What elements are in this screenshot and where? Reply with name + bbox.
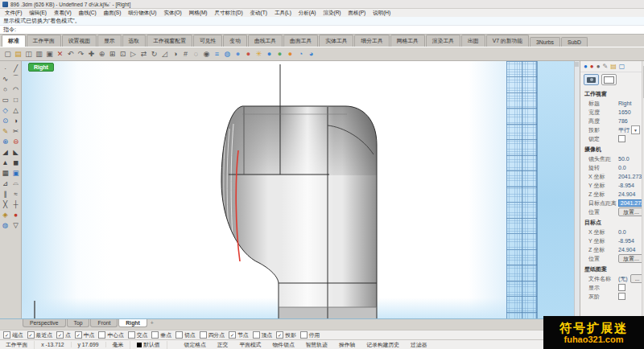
toolbar-tab-出图[interactable]: 出图	[461, 35, 485, 47]
menu-item-1[interactable]: 编辑(E)	[29, 10, 47, 17]
point-icon[interactable]: ∙	[0, 63, 10, 73]
extrude-icon[interactable]: ▲	[0, 157, 10, 167]
pencil-icon[interactable]: ✎	[0, 125, 10, 136]
osnap-checkbox[interactable]: ✓	[229, 331, 236, 339]
light-icon[interactable]: ✳	[254, 49, 264, 60]
material-tab-icon[interactable]: ●	[597, 63, 601, 70]
rotate-icon[interactable]: ↻	[149, 49, 159, 60]
boolean-union-icon[interactable]: ⊕	[0, 136, 10, 146]
diamond-icon[interactable]: ◇	[0, 105, 10, 115]
delete-icon[interactable]: ✕	[55, 49, 65, 60]
chamfer-icon[interactable]: ◣	[10, 146, 21, 157]
menu-item-12[interactable]: 渲染(R)	[324, 10, 341, 17]
viewport-tab-perspective[interactable]: Perspective	[23, 319, 66, 327]
grid-icon[interactable]: #	[180, 49, 191, 60]
circle-icon[interactable]: ○	[0, 84, 10, 94]
menu-item-9[interactable]: 变动(T)	[250, 10, 267, 17]
box-icon[interactable]: □	[10, 94, 21, 105]
new-viewport-tab-button[interactable]: +	[148, 319, 156, 326]
status-cplane[interactable]: 工作平面	[4, 341, 35, 349]
panel-checkbox[interactable]	[618, 135, 625, 142]
menu-item-7[interactable]: 网格(M)	[189, 10, 208, 17]
toolbar-tab-设置视图[interactable]: 设置视图	[62, 35, 97, 47]
help-icon[interactable]: ◕	[306, 49, 316, 60]
snap-icon[interactable]: ┼	[10, 199, 21, 209]
undo-icon[interactable]: ↶	[65, 49, 76, 60]
status-toggle-平面模式[interactable]: 平面模式	[233, 341, 266, 349]
toolbar-tab-工作视窗配置[interactable]: 工作视窗配置	[147, 35, 192, 47]
toolbar-tab-SubD[interactable]: SubD	[561, 37, 588, 47]
scale-icon[interactable]: ◿	[159, 49, 170, 60]
osnap-交点[interactable]: 交点	[128, 331, 148, 339]
toolbar-tab-选取[interactable]: 选取	[122, 35, 147, 47]
library-tab-icon[interactable]: ▤	[610, 63, 617, 70]
object-properties-icon[interactable]	[601, 74, 617, 85]
viewport-tab-front[interactable]: Front	[90, 319, 118, 327]
world-view-icon[interactable]: ◔	[295, 49, 306, 60]
menu-item-6[interactable]: 实体(O)	[163, 10, 181, 17]
display-tab-icon[interactable]: ▢	[619, 63, 625, 70]
toolbar-tab-渲染工具[interactable]: 渲染工具	[426, 35, 460, 47]
osnap-中心点[interactable]: 中心点	[98, 331, 123, 339]
copy-icon[interactable]: ▣	[44, 49, 55, 60]
panel-place-button[interactable]: 放置...	[618, 254, 644, 263]
status-layer[interactable]: 默认值	[130, 341, 167, 349]
half-arc-icon[interactable]: ◠	[10, 84, 21, 94]
mesh-icon[interactable]: ▦	[0, 167, 10, 178]
osnap-投影[interactable]: ✓投影	[276, 331, 296, 339]
rendered-view-icon[interactable]: ●	[243, 49, 254, 60]
status-toggle-正交[interactable]: 正交	[212, 341, 234, 349]
osnap-checkbox[interactable]	[200, 331, 207, 339]
osnap-checkbox[interactable]	[128, 331, 135, 339]
viewport-tab-top[interactable]: Top	[67, 319, 90, 327]
viewport-tab-right[interactable]: Right	[118, 319, 147, 327]
redo-icon[interactable]: ↷	[76, 49, 86, 60]
osnap-checkbox[interactable]	[253, 331, 260, 339]
osnap-checkbox[interactable]: ✓	[3, 331, 10, 339]
toolbar-tab-V7 的新功能[interactable]: V7 的新功能	[486, 35, 529, 47]
triangle-icon[interactable]: △	[10, 105, 21, 115]
status-toggle-智慧轨迹[interactable]: 智慧轨迹	[300, 341, 333, 349]
command-input[interactable]: 指令:	[0, 26, 644, 34]
toolbar-tab-工作平面[interactable]: 工作平面	[27, 35, 61, 47]
solid-icon[interactable]: ◼	[10, 157, 21, 167]
lock-icon[interactable]: ◉	[201, 49, 212, 60]
arc-icon[interactable]: ⌒	[10, 73, 21, 84]
rectangle-icon[interactable]: ▭	[0, 94, 10, 105]
menu-item-8[interactable]: 尺寸标注(D)	[215, 10, 243, 17]
menu-item-4[interactable]: 曲面(S)	[104, 10, 122, 17]
shaded-view-icon[interactable]: ●	[233, 49, 243, 60]
toolbar-tab-可见性[interactable]: 可见性	[193, 35, 222, 47]
save-file-icon[interactable]: ◫	[23, 49, 34, 60]
fillet-icon[interactable]: ◢	[0, 146, 10, 157]
panel-checkbox[interactable]	[618, 284, 625, 291]
gem-icon[interactable]: ◈	[0, 209, 10, 220]
toolbar-tab-3Nurbs[interactable]: 3Nurbs	[530, 37, 560, 47]
sphere-orange-icon[interactable]: ●	[285, 49, 295, 60]
toolbar-tab-标准[interactable]: 标准	[2, 35, 26, 47]
menu-item-11[interactable]: 分析(A)	[299, 10, 316, 17]
osnap-checkbox[interactable]	[300, 331, 308, 339]
mirror-icon[interactable]: ◑	[170, 49, 180, 60]
osnap-四分点[interactable]: 四分点	[200, 331, 225, 339]
render-tab-icon[interactable]: ●	[590, 63, 594, 70]
paint-tab-icon[interactable]: ✎	[603, 63, 609, 70]
status-toggle-操作轴[interactable]: 操作轴	[333, 341, 361, 349]
display-mode-icon[interactable]: ◍	[222, 49, 233, 60]
osnap-最近点[interactable]: ✓最近点	[27, 331, 52, 339]
polyline-icon[interactable]: ╱	[10, 63, 21, 73]
panel-row-value-selected[interactable]: 2041.273	[618, 199, 644, 207]
render-sphere-icon[interactable]: ●	[10, 209, 21, 220]
properties-tab-icon[interactable]: ●	[584, 63, 588, 70]
dropdown-arrow-icon[interactable]: ▼	[631, 125, 640, 134]
print-icon[interactable]: ▥	[34, 49, 44, 60]
osnap-checkbox[interactable]	[151, 331, 159, 339]
osnap-停用[interactable]: 停用	[300, 331, 320, 339]
osnap-节点[interactable]: ✓节点	[229, 331, 249, 339]
hide-icon[interactable]: ◌	[191, 49, 201, 60]
viewport-scrollbar[interactable]	[574, 61, 580, 318]
sphere-icon[interactable]: ⊙	[0, 115, 10, 125]
osnap-中点[interactable]: ✓中点	[75, 331, 95, 339]
sphere-blue-icon[interactable]: ●	[264, 49, 275, 60]
osnap-点[interactable]: ✓点	[56, 331, 71, 339]
